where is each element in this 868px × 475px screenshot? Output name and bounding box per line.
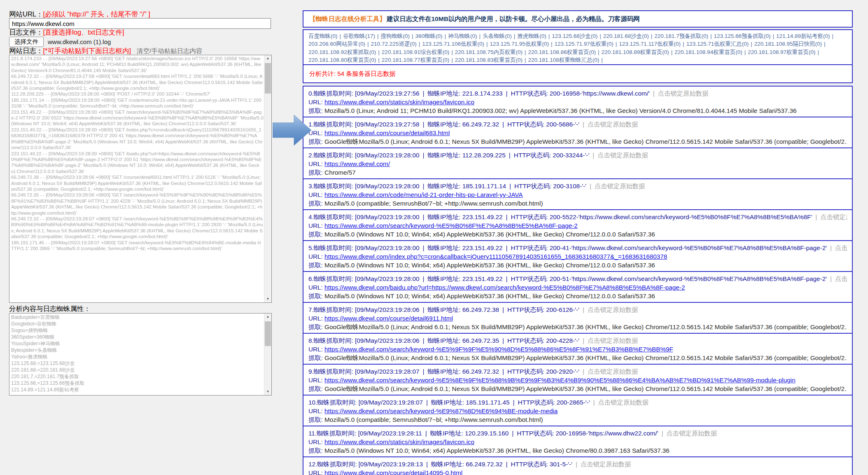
lock-raw-data-link[interactable]: 点击锁定原始数据 <box>588 306 638 313</box>
entry-url-link[interactable]: https://www.dkewl.com/statics/skin/image… <box>324 438 474 445</box>
spider-stat-link[interactable]: 123.125.71低权重汇总(0) <box>686 41 749 47</box>
entry-url-link[interactable]: https://www.dkewl.com/index.php?c=cron&c… <box>324 253 667 260</box>
spider-stat-link[interactable]: 百度蜘蛛(0) <box>308 33 338 39</box>
scroll-up-icon[interactable]: ▲ <box>264 55 271 62</box>
lock-raw-data-link[interactable]: 点击锁定原始数据 <box>835 244 847 251</box>
spider-stat-link[interactable]: 220.181.108.91综合权重(0) <box>382 49 449 55</box>
entry-url-link[interactable]: https://www.dkewl.com/search/keyword-%E5… <box>324 346 673 353</box>
spider-stat-link[interactable]: 220.181.68沙盒(0) <box>603 33 649 39</box>
entry-url-link[interactable]: https://www.dkewl.com/ <box>324 160 390 167</box>
spider-stat-link[interactable]: 220.181.108.86权重首页(0) <box>528 49 596 55</box>
entry-url-link[interactable]: https://www.dkewl.com/code/menu/id-21-or… <box>324 191 523 198</box>
entry-meta-line: 10.蜘蛛抓取时间: [09/May/2023:19:28:07|蜘蛛IP地址:… <box>308 398 847 407</box>
entry-url-link[interactable]: https://www.dkewl.com/course/detail14095… <box>324 469 462 475</box>
spider-stat-link[interactable]: 220.181.108.92权重抓取(0) <box>308 49 376 55</box>
spider-stat-link[interactable]: 123.125.71.117低权重(0) <box>619 41 681 47</box>
entry-url-link[interactable]: https://www.dkewl.com/search/keyword-%E5… <box>324 377 796 384</box>
entry-status: HTTP状态码: 200-6126-'-' <box>507 306 579 313</box>
choose-file-button[interactable]: 选择文件 <box>9 37 44 47</box>
attr-textarea-scrollbar[interactable]: ▲ ▼ <box>264 314 271 395</box>
entry-lock: |点击锁定原始数据 <box>579 337 638 344</box>
site-url-input[interactable] <box>9 18 271 29</box>
spider-stat-link[interactable]: 雅虎蜘蛛(0) <box>517 33 546 39</box>
spider-stat-link[interactable]: 220.181.108.83权重首页(0) <box>455 57 523 63</box>
entry-ip: 蜘蛛IP地址: 120.239.15.160 <box>430 430 509 437</box>
pipe-separator: | <box>583 121 584 128</box>
spider-stat-link[interactable]: 220.181.108.94权重首页(0) <box>674 49 742 55</box>
spider-stat-link[interactable]: 123.125.71.97低权重(0) <box>554 41 613 47</box>
spider-stat-link[interactable]: 220.181.108.80权重首页(0) <box>308 57 376 63</box>
spider-stat-link[interactable]: 220.181.108权重蜘蛛汇总(0) <box>528 57 600 63</box>
spider-stat-link[interactable]: 220.181.108.75内页权重(0) <box>455 49 523 55</box>
entry-url-link[interactable]: https://www.dkewl.com/course/detail683.h… <box>324 129 450 136</box>
entry-url-link[interactable]: https://www.dkewl.com/search/keyword-%E9… <box>324 407 558 414</box>
ua-label: 抓取: <box>308 231 324 238</box>
spider-stat-link[interactable]: 220.181.108.95隔日快照(0) <box>754 41 822 47</box>
spider-stat-link[interactable]: 203.208.60网站异常(0) <box>308 41 365 47</box>
log-textarea[interactable]: 221.8.174.233 - - [09/May/2023:19:27:56 … <box>9 55 272 303</box>
log-analyze-arrow-button[interactable] <box>273 114 311 146</box>
clear-paste-log-link[interactable]: 清空/手动粘贴日志内容 <box>137 47 202 54</box>
entry-user-agent: GooGle蜘蛛Mozilla/5.0 (Linux; Android 6.0.… <box>324 385 847 392</box>
lock-raw-data-link[interactable]: 点击锁定原始数据 <box>595 183 645 190</box>
spider-stat-link[interactable]: 头条蜘蛛(0) <box>483 33 512 39</box>
lock-raw-data-link[interactable]: 点击锁定原始数据 <box>835 275 847 282</box>
spider-stat-link[interactable]: 谷歌蜘蛛(17) <box>343 33 375 39</box>
lock-raw-data-link[interactable]: 点击锁定原始数据 <box>820 213 847 220</box>
pipe-separator: | <box>583 368 584 375</box>
spider-stat-link[interactable]: 123.125.68沙盒(0) <box>552 33 597 39</box>
spider-stats-row: 百度蜘蛛(0)|谷歌蜘蛛(17)|搜狗蜘蛛(0)|360蜘蛛(0)|神马蜘蛛(0… <box>308 32 847 40</box>
lock-raw-data-link[interactable]: 点击锁定原始数据 <box>658 90 708 97</box>
spider-attr-textarea[interactable]: Baiduspider=百度蜘蛛 Googlebot=谷歌蜘蛛 Sogou=搜狗… <box>9 313 272 395</box>
spider-stat-link[interactable]: 220.181.108.77权重首页(0) <box>382 57 449 63</box>
spider-stat-link[interactable]: 搜狗蜘蛛(0) <box>381 33 410 39</box>
pipe-separator: | <box>583 337 584 344</box>
scroll-down-icon[interactable]: ▼ <box>264 296 271 302</box>
entry-url-link[interactable]: https://www.dkewl.com/course/detail6911.… <box>324 315 453 322</box>
spider-stat-link[interactable]: 121.14.89新站考察(0) <box>776 33 830 39</box>
entry-status: HTTP状态码: 200-33244-'-' <box>514 152 590 159</box>
entry-ip: 蜘蛛IP地址: 185.191.171.14 <box>428 183 506 190</box>
lock-raw-data-link[interactable]: 点击锁定原始数据 <box>597 152 648 159</box>
entry-url-link[interactable]: https://www.dkewl.com/statics/skin/image… <box>324 98 474 105</box>
entry-user-agent: Mozilla/5.0 (Windows NT 10.0; Win64; x64… <box>324 231 655 238</box>
entry-status: HTTP状态码: 200-5686-'-' <box>507 121 579 128</box>
spider-stat-link[interactable]: 123.125.71.95低权重(0) <box>490 41 549 47</box>
entry-meta-line: 3.蜘蛛抓取时间: [09/May/2023:19:28:00|蜘蛛IP地址: … <box>308 182 847 190</box>
log-entry: 8.蜘蛛抓取时间: [09/May/2023:19:28:06|蜘蛛IP地址: … <box>303 334 852 365</box>
entry-url-link[interactable]: https://www.dkewl.com/baidu.php?url=http… <box>324 284 685 291</box>
entry-url-link[interactable]: https://www.dkewl.com/search/keyword-%E5… <box>324 222 578 229</box>
entry-lock: |点击锁定原始数据 <box>827 275 847 282</box>
spider-stat-link[interactable]: 360蜘蛛(0) <box>415 33 443 39</box>
url-label: URL: <box>308 315 324 322</box>
spider-stat-link[interactable]: 220.181.7预备抓取(0) <box>654 33 708 39</box>
url-label: URL: <box>308 377 324 384</box>
spider-stat-link[interactable]: 210.72.225巡逻(0) <box>371 41 417 47</box>
spider-stat-link[interactable]: 123.125.71.106低权重(0) <box>422 41 484 47</box>
url-label: URL: <box>308 284 324 291</box>
entry-lock: |点击锁定原始数据 <box>650 90 708 97</box>
summary-box: 分析共计: 54 条服务器日志数据 <box>303 64 853 83</box>
lock-raw-data-link[interactable]: 点击锁定原始数据 <box>588 368 638 375</box>
lock-raw-data-link[interactable]: 点击锁定原始数据 <box>588 337 638 344</box>
pipe-separator: | <box>423 152 425 159</box>
log-entry: 5.蜘蛛抓取时间: [09/May/2023:19:28:00|蜘蛛IP地址: … <box>303 241 852 272</box>
entry-status: HTTP状态码: 200-3108-'-' <box>514 183 586 190</box>
scroll-up-icon[interactable]: ▲ <box>264 314 271 320</box>
lock-raw-data-link[interactable]: 点击锁定原始数据 <box>588 121 638 128</box>
entry-user-agent: Mozilla/5.0 (Linux; Android 11; PCHM10 B… <box>324 107 796 114</box>
lock-raw-data-link[interactable]: 点击锁定原始数据 <box>581 461 631 468</box>
entry-lock: |点击锁定原始数据 <box>827 244 847 251</box>
spider-stat-link[interactable]: 123.125.66预备抓取(0) <box>714 33 770 39</box>
log-textarea-scrollbar[interactable]: ▲ ▼ <box>264 55 271 302</box>
entry-meta-line: 7.蜘蛛抓取时间: [09/May/2023:19:28:06|蜘蛛IP地址: … <box>308 305 847 314</box>
stat-separator: | <box>367 41 369 47</box>
lock-raw-data-link[interactable]: 点击锁定原始数据 <box>598 399 649 406</box>
spider-stat-link[interactable]: 220.181.108.89权重首页(0) <box>601 49 669 55</box>
scrollbar-thumb[interactable] <box>265 63 271 94</box>
spider-stat-link[interactable]: 神马蜘蛛(0) <box>448 33 477 39</box>
lock-raw-data-link[interactable]: 点击锁定原始数据 <box>667 430 717 437</box>
scroll-down-icon[interactable]: ▼ <box>264 388 271 395</box>
spider-stat-link[interactable]: 220.181.108.97权重首页(0) <box>748 49 815 55</box>
scrollbar-thumb[interactable] <box>265 321 271 346</box>
